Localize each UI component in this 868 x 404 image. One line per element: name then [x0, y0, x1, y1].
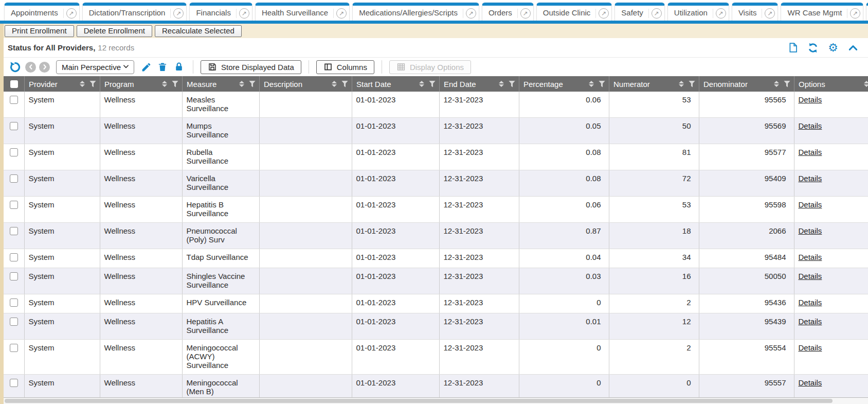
- row-checkbox[interactable]: [10, 122, 18, 130]
- column-header-provider[interactable]: Provider: [24, 76, 100, 92]
- row-checkbox[interactable]: [10, 272, 18, 280]
- row-checkbox[interactable]: [10, 344, 18, 352]
- enrollment-action-button[interactable]: Print Enrollment: [5, 25, 74, 37]
- filter-icon[interactable]: [89, 81, 96, 87]
- filter-icon[interactable]: [249, 81, 256, 87]
- column-header-measure[interactable]: Measure: [182, 76, 259, 92]
- sort-icon[interactable]: [419, 81, 424, 87]
- edit-perspective-icon[interactable]: [139, 60, 153, 74]
- sort-icon[interactable]: [864, 81, 868, 87]
- open-in-new-window-button[interactable]: ↗: [463, 8, 479, 19]
- column-header-denominator[interactable]: Denominator: [699, 76, 794, 92]
- details-link[interactable]: Details: [799, 298, 822, 307]
- cell-percentage: 0.05: [519, 118, 609, 144]
- new-document-icon[interactable]: [787, 42, 799, 54]
- open-in-new-window-button[interactable]: ↗: [847, 8, 863, 19]
- nav-forward-button[interactable]: [39, 62, 50, 73]
- row-checkbox[interactable]: [10, 298, 18, 307]
- module-tab[interactable]: Medications/Allergies/Scripts ↗: [352, 3, 479, 21]
- module-tab[interactable]: Dictation/Transcription ↗: [82, 3, 187, 21]
- table-header-row: Provider Program Measure Description Sta…: [4, 76, 868, 92]
- details-link[interactable]: Details: [799, 95, 822, 104]
- open-in-new-window-button[interactable]: ↗: [762, 8, 777, 19]
- refresh-icon[interactable]: [807, 42, 819, 54]
- lock-icon[interactable]: [172, 60, 186, 74]
- open-in-new-window-button[interactable]: ↗: [713, 8, 729, 19]
- row-checkbox[interactable]: [10, 96, 18, 104]
- open-in-new-window-button[interactable]: ↗: [64, 8, 79, 19]
- row-checkbox[interactable]: [10, 227, 18, 235]
- module-tab[interactable]: Orders ↗: [482, 3, 534, 21]
- module-tab[interactable]: Health Surveillance ↗: [255, 3, 350, 21]
- filter-icon[interactable]: [784, 81, 790, 87]
- gear-icon[interactable]: ⚙: [827, 42, 839, 54]
- sort-icon[interactable]: [162, 81, 167, 87]
- filter-icon[interactable]: [599, 81, 605, 87]
- open-in-new-window-button[interactable]: ↗: [518, 8, 533, 19]
- details-link[interactable]: Details: [799, 253, 822, 261]
- columns-button[interactable]: Columns: [316, 60, 374, 74]
- row-checkbox[interactable]: [10, 174, 18, 183]
- horizontal-scrollbar[interactable]: [4, 397, 868, 404]
- details-link[interactable]: Details: [799, 226, 822, 235]
- sort-icon[interactable]: [332, 81, 337, 87]
- cell-numerator: 0: [609, 375, 699, 398]
- details-link[interactable]: Details: [799, 174, 822, 183]
- details-link[interactable]: Details: [799, 272, 822, 280]
- filter-icon[interactable]: [689, 81, 695, 87]
- undo-icon[interactable]: [9, 60, 22, 74]
- filter-icon[interactable]: [429, 81, 436, 87]
- details-link[interactable]: Details: [799, 121, 822, 130]
- cell-end-date: 12-31-2023: [439, 340, 519, 375]
- enrollment-action-button[interactable]: Delete Enrollment: [77, 25, 152, 37]
- row-checkbox[interactable]: [10, 201, 18, 209]
- module-tab[interactable]: Outside Clinic ↗: [536, 3, 612, 21]
- module-tab[interactable]: Financials ↗: [189, 3, 252, 21]
- column-header-end-date[interactable]: End Date: [439, 76, 519, 92]
- module-tab[interactable]: WR Case Mgmt ↗: [781, 3, 863, 21]
- module-tab[interactable]: Utilization ↗: [667, 3, 729, 21]
- row-checkbox[interactable]: [10, 379, 18, 387]
- cell-program: Wellness: [100, 118, 182, 144]
- delete-perspective-icon[interactable]: [156, 60, 169, 74]
- store-displayed-data-button[interactable]: Store Displayed Data: [201, 60, 301, 74]
- filter-icon[interactable]: [172, 81, 178, 87]
- filter-icon[interactable]: [509, 81, 515, 87]
- sort-icon[interactable]: [239, 81, 244, 87]
- scrollbar-thumb[interactable]: [5, 399, 833, 403]
- details-link[interactable]: Details: [799, 343, 822, 352]
- open-in-new-window-button[interactable]: ↗: [596, 8, 611, 19]
- select-all-checkbox[interactable]: [10, 80, 18, 88]
- collapse-panel-icon[interactable]: [847, 42, 859, 54]
- module-tab[interactable]: Visits ↗: [732, 3, 779, 21]
- row-checkbox[interactable]: [10, 148, 18, 156]
- perspective-select[interactable]: Main Perspective: [56, 60, 134, 74]
- details-link[interactable]: Details: [799, 200, 822, 209]
- sort-icon[interactable]: [679, 81, 684, 87]
- enrollment-action-button[interactable]: Recalculate Selected: [155, 25, 242, 37]
- open-in-new-window-button[interactable]: ↗: [649, 8, 664, 19]
- details-link[interactable]: Details: [799, 378, 822, 387]
- open-in-new-window-button[interactable]: ↗: [171, 8, 186, 19]
- column-header-numerator[interactable]: Numerator: [609, 76, 699, 92]
- sort-icon[interactable]: [80, 81, 85, 87]
- column-header-start-date[interactable]: Start Date: [352, 76, 439, 92]
- column-header-percentage[interactable]: Percentage: [519, 76, 609, 92]
- column-header-options[interactable]: Options: [794, 76, 868, 92]
- sort-icon[interactable]: [499, 81, 504, 87]
- sort-icon[interactable]: [774, 81, 779, 87]
- module-tab[interactable]: Safety ↗: [614, 3, 665, 21]
- column-header-description[interactable]: Description: [259, 76, 352, 92]
- module-tab[interactable]: Industrial ↗: [866, 3, 868, 21]
- open-in-new-window-button[interactable]: ↗: [334, 8, 349, 19]
- nav-back-button[interactable]: [25, 62, 36, 73]
- row-checkbox[interactable]: [10, 253, 18, 261]
- module-tab[interactable]: Appointments ↗: [4, 3, 80, 21]
- open-in-new-window-button[interactable]: ↗: [237, 8, 252, 19]
- details-link[interactable]: Details: [799, 317, 822, 326]
- column-header-program[interactable]: Program: [100, 76, 182, 92]
- row-checkbox[interactable]: [10, 318, 18, 326]
- details-link[interactable]: Details: [799, 148, 822, 156]
- filter-icon[interactable]: [341, 81, 348, 87]
- sort-icon[interactable]: [589, 81, 594, 87]
